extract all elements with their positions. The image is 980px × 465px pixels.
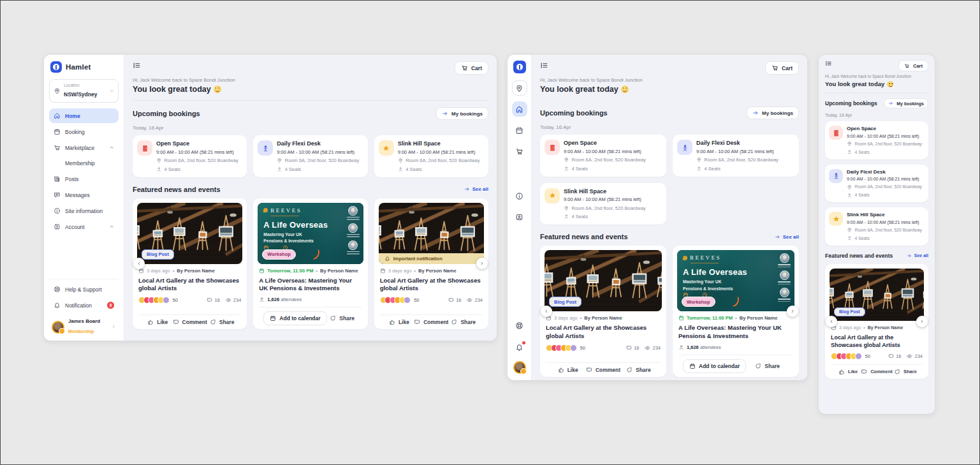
share-button[interactable]: Share <box>893 369 918 375</box>
see-all-link[interactable]: See all <box>907 253 928 258</box>
rail-marketplace-button[interactable] <box>512 144 527 159</box>
like-button[interactable]: Like <box>835 369 861 375</box>
person-icon <box>678 344 684 350</box>
comments-count[interactable]: 16 <box>448 297 461 303</box>
carousel-next-button[interactable] <box>916 316 928 327</box>
rail-help-button[interactable] <box>512 318 527 333</box>
sidebar-item-home[interactable]: Home <box>49 108 119 123</box>
rail-location-button[interactable] <box>512 80 527 96</box>
user-profile[interactable]: James Board Membership <box>49 314 119 336</box>
rail-site-information-button[interactable] <box>512 188 527 203</box>
rail-account-button[interactable] <box>512 209 527 225</box>
booking-card[interactable]: Slink Hill Space 9:00 AM - 10:00 AM (58:… <box>540 183 666 225</box>
comment-icon <box>586 367 592 373</box>
booking-card[interactable]: Slink Hill Space 9:00 AM - 10:00 AM (58:… <box>825 207 928 246</box>
cart-button[interactable]: Cart <box>898 60 928 71</box>
rail-home-button[interactable] <box>512 101 527 117</box>
sidebar-toggle-icon[interactable] <box>540 61 548 70</box>
post-card-blog[interactable]: Blog Post 3 days ago • By Person Name Lo… <box>540 246 666 377</box>
carousel-prev-button[interactable] <box>541 306 552 317</box>
event-poster-image: REEVES A Life Overseas Mastering Your UK… <box>258 203 363 264</box>
comment-button[interactable]: Comment <box>173 319 207 325</box>
booking-card[interactable]: Open Space 9:00 AM - 10:00 AM (58:21 min… <box>133 135 247 177</box>
booking-card[interactable]: Daily Flexi Desk 9:00 AM - 10:00 AM (58:… <box>673 135 799 177</box>
cart-button[interactable]: Cart <box>765 61 799 75</box>
carousel-next-button[interactable] <box>476 258 488 269</box>
booking-card[interactable]: Slink Hill Space 9:00 AM - 10:00 AM (58:… <box>374 135 488 177</box>
add-to-calendar-button[interactable]: Add to calendar <box>683 359 746 373</box>
share-button[interactable]: Share <box>448 319 478 325</box>
share-button[interactable]: Share <box>207 319 237 325</box>
my-bookings-button[interactable]: My bookings <box>884 98 928 108</box>
booking-card[interactable]: Open Space 9:00 AM - 10:00 AM (58:21 min… <box>825 121 928 159</box>
map-pin-icon <box>564 205 569 211</box>
smiley-emoji <box>621 85 629 93</box>
reaction-emojis[interactable] <box>831 353 862 360</box>
location-selector[interactable]: Location NSW/Sydney <box>49 79 119 103</box>
post-card-blog[interactable]: Blog Post 3 days ago • By Person Name Lo… <box>133 198 247 330</box>
sidebar-footer: Help & Support Notification 8 James Boar… <box>49 279 119 336</box>
see-all-link[interactable]: See all <box>464 186 488 192</box>
sidebar-toggle-icon[interactable] <box>825 60 832 67</box>
share-button[interactable]: Share <box>621 367 656 373</box>
smiley-emoji <box>887 81 893 87</box>
share-icon <box>626 367 633 373</box>
sidebar-item-notification[interactable]: Notification 8 <box>49 298 119 313</box>
sidebar-item-booking[interactable]: Booking <box>49 124 119 139</box>
post-card-event[interactable]: REEVES A Life Overseas Mastering Your UK… <box>673 246 799 377</box>
calendar-icon <box>380 268 386 274</box>
hamlet-logo-icon[interactable] <box>513 61 526 73</box>
rail-notification-button[interactable] <box>512 339 527 355</box>
sidebar-item-posts[interactable]: Posts <box>49 172 119 186</box>
sidebar-item-account[interactable]: Account <box>49 219 119 234</box>
booking-card[interactable]: Daily Flexi Desk 9:00 AM - 10:00 AM (58:… <box>825 165 928 203</box>
reaction-emojis[interactable] <box>380 297 411 304</box>
reaction-emojis[interactable] <box>138 297 170 304</box>
person-icon <box>564 214 569 219</box>
sidebar-item-help[interactable]: Help & Support <box>49 282 119 297</box>
desk-icon <box>258 140 273 156</box>
carousel-next-button[interactable] <box>787 306 798 317</box>
see-all-link[interactable]: See all <box>775 234 799 240</box>
booking-card[interactable]: Open Space 9:00 AM - 10:00 AM (58:21 min… <box>540 135 666 177</box>
reaction-emojis[interactable] <box>546 344 577 351</box>
featured-grid: Blog Post 3 days ago • By Person Name Lo… <box>133 198 488 330</box>
comment-button[interactable]: Comment <box>585 367 620 373</box>
sidebar-item-messages[interactable]: Messages <box>49 188 119 202</box>
like-button[interactable]: Like <box>550 367 585 373</box>
share-button[interactable]: Share <box>327 315 358 321</box>
star-icon <box>545 188 560 203</box>
carousel-prev-button[interactable] <box>826 316 837 327</box>
sidebar-item-marketplace[interactable]: Marketplace <box>49 140 119 155</box>
rail-booking-button[interactable] <box>512 122 527 138</box>
app-logo[interactable]: Hamlet <box>49 61 119 79</box>
avatar[interactable] <box>513 361 526 374</box>
cart-button[interactable]: Cart <box>455 61 488 75</box>
post-card-blog[interactable]: Important notification 3 days ago • By P… <box>374 198 488 330</box>
post-card-event[interactable]: REEVES A Life Overseas Mastering Your UK… <box>253 198 367 330</box>
sidebar-item-membership[interactable]: Membership <box>49 156 119 170</box>
comment-button[interactable]: Comment <box>861 369 893 375</box>
comments-count[interactable]: 16 <box>626 345 639 351</box>
sidebar-item-site-information[interactable]: Site information <box>49 203 119 218</box>
booking-card[interactable]: Daily Flexi Desk 9:00 AM - 10:00 AM (58:… <box>253 135 367 177</box>
bell-icon <box>54 302 61 309</box>
carousel-prev-button[interactable] <box>133 258 145 269</box>
like-button[interactable]: Like <box>384 319 414 325</box>
comment-button[interactable]: Comment <box>414 319 448 325</box>
featured-grid: Blog Post 3 days ago • By Person Name Lo… <box>540 246 799 377</box>
post-card-blog[interactable]: Blog Post 3 days ago • By Person Name Lo… <box>825 264 928 379</box>
share-button[interactable]: Share <box>746 363 789 369</box>
my-bookings-button[interactable]: My bookings <box>747 107 799 119</box>
sidebar-toggle-icon[interactable] <box>133 61 141 70</box>
avatar <box>52 321 64 334</box>
add-to-calendar-button[interactable]: Add to calendar <box>263 311 326 325</box>
comments-count[interactable]: 16 <box>888 353 901 359</box>
like-button[interactable]: Like <box>143 319 173 325</box>
eye-icon <box>645 345 650 351</box>
post-image: Blog Post <box>545 250 662 311</box>
my-bookings-button[interactable]: My bookings <box>436 107 488 120</box>
speaker-avatar <box>778 253 791 267</box>
poster-title: A Life Overseas <box>263 220 328 230</box>
comments-count[interactable]: 16 <box>207 297 219 303</box>
